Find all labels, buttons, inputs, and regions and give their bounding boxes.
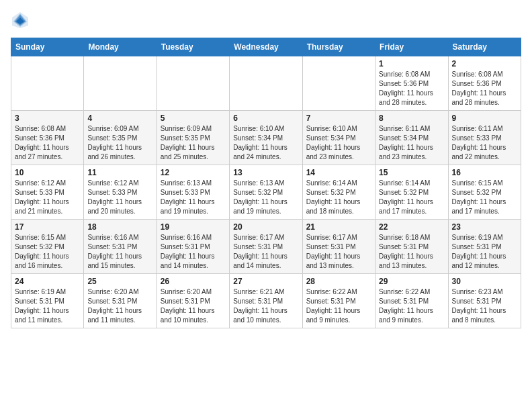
day-number: 4 [87, 113, 152, 123]
day-info: Sunrise: 6:14 AMSunset: 5:32 PMDaylight:… [379, 179, 444, 216]
day-number: 16 [452, 168, 517, 177]
day-info: Sunrise: 6:22 AMSunset: 5:31 PMDaylight:… [306, 287, 371, 325]
day-number: 28 [306, 277, 371, 286]
day-info: Sunrise: 6:13 AMSunset: 5:32 PMDaylight:… [233, 179, 298, 216]
header-row: Sunday Monday Tuesday Wednesday Thursday… [11, 38, 521, 56]
calendar-week-1: 1Sunrise: 6:08 AMSunset: 5:36 PMDaylight… [11, 56, 521, 111]
logo [11, 11, 32, 30]
day-info: Sunrise: 6:08 AMSunset: 5:36 PMDaylight:… [15, 124, 80, 162]
calendar-cell: 15Sunrise: 6:14 AMSunset: 5:32 PMDayligh… [375, 165, 448, 220]
day-info: Sunrise: 6:23 AMSunset: 5:31 PMDaylight:… [452, 287, 517, 325]
calendar-cell: 11Sunrise: 6:12 AMSunset: 5:33 PMDayligh… [84, 165, 157, 220]
calendar-cell [84, 56, 157, 111]
day-info: Sunrise: 6:16 AMSunset: 5:31 PMDaylight:… [87, 233, 152, 271]
day-number: 24 [15, 277, 80, 286]
day-number: 2 [452, 59, 517, 68]
calendar-cell: 14Sunrise: 6:14 AMSunset: 5:32 PMDayligh… [302, 165, 375, 220]
calendar-cell: 29Sunrise: 6:22 AMSunset: 5:31 PMDayligh… [375, 274, 448, 328]
day-number: 5 [161, 113, 226, 123]
calendar-cell [302, 56, 375, 111]
logo-icon [11, 11, 30, 30]
calendar-cell: 19Sunrise: 6:16 AMSunset: 5:31 PMDayligh… [157, 220, 229, 274]
day-info: Sunrise: 6:08 AMSunset: 5:36 PMDaylight:… [379, 70, 444, 107]
calendar-cell: 18Sunrise: 6:16 AMSunset: 5:31 PMDayligh… [84, 220, 157, 274]
day-info: Sunrise: 6:14 AMSunset: 5:32 PMDaylight:… [306, 179, 371, 216]
day-number: 3 [15, 113, 80, 123]
day-info: Sunrise: 6:18 AMSunset: 5:31 PMDaylight:… [379, 233, 444, 271]
day-number: 29 [379, 277, 444, 286]
day-number: 30 [452, 277, 517, 286]
day-info: Sunrise: 6:09 AMSunset: 5:35 PMDaylight:… [161, 124, 226, 162]
calendar-week-5: 24Sunrise: 6:19 AMSunset: 5:31 PMDayligh… [11, 274, 521, 328]
day-info: Sunrise: 6:21 AMSunset: 5:31 PMDaylight:… [233, 287, 298, 325]
calendar-cell: 23Sunrise: 6:19 AMSunset: 5:31 PMDayligh… [448, 220, 521, 274]
day-info: Sunrise: 6:10 AMSunset: 5:34 PMDaylight:… [306, 124, 371, 162]
calendar-week-3: 10Sunrise: 6:12 AMSunset: 5:33 PMDayligh… [11, 165, 521, 220]
calendar-cell: 9Sunrise: 6:11 AMSunset: 5:33 PMDaylight… [448, 111, 521, 165]
day-number: 14 [306, 168, 371, 177]
day-info: Sunrise: 6:09 AMSunset: 5:35 PMDaylight:… [87, 124, 152, 162]
day-info: Sunrise: 6:22 AMSunset: 5:31 PMDaylight:… [379, 287, 444, 325]
day-info: Sunrise: 6:15 AMSunset: 5:32 PMDaylight:… [15, 233, 80, 271]
day-number: 8 [379, 113, 444, 123]
day-number: 10 [15, 168, 80, 177]
day-number: 22 [379, 222, 444, 232]
day-info: Sunrise: 6:10 AMSunset: 5:34 PMDaylight:… [233, 124, 298, 162]
day-number: 17 [15, 222, 80, 232]
calendar-cell: 6Sunrise: 6:10 AMSunset: 5:34 PMDaylight… [230, 111, 302, 165]
day-info: Sunrise: 6:17 AMSunset: 5:31 PMDaylight:… [233, 233, 298, 271]
day-info: Sunrise: 6:12 AMSunset: 5:33 PMDaylight:… [87, 179, 152, 216]
calendar-cell: 2Sunrise: 6:08 AMSunset: 5:36 PMDaylight… [448, 56, 521, 111]
calendar-cell: 26Sunrise: 6:20 AMSunset: 5:31 PMDayligh… [157, 274, 229, 328]
day-info: Sunrise: 6:13 AMSunset: 5:33 PMDaylight:… [161, 179, 226, 216]
day-info: Sunrise: 6:19 AMSunset: 5:31 PMDaylight:… [452, 233, 517, 271]
day-info: Sunrise: 6:20 AMSunset: 5:31 PMDaylight:… [161, 287, 226, 325]
day-number: 1 [379, 59, 444, 68]
calendar-week-2: 3Sunrise: 6:08 AMSunset: 5:36 PMDaylight… [11, 111, 521, 165]
day-info: Sunrise: 6:11 AMSunset: 5:33 PMDaylight:… [452, 124, 517, 162]
calendar-cell [230, 56, 302, 111]
calendar-body: 1Sunrise: 6:08 AMSunset: 5:36 PMDaylight… [11, 56, 521, 328]
day-number: 26 [161, 277, 226, 286]
day-number: 19 [161, 222, 226, 232]
col-tuesday: Tuesday [157, 38, 229, 56]
calendar-cell: 4Sunrise: 6:09 AMSunset: 5:35 PMDaylight… [84, 111, 157, 165]
day-info: Sunrise: 6:20 AMSunset: 5:31 PMDaylight:… [87, 287, 152, 325]
day-number: 25 [87, 277, 152, 286]
calendar-cell: 8Sunrise: 6:11 AMSunset: 5:34 PMDaylight… [375, 111, 448, 165]
page-header [11, 11, 521, 30]
day-number: 11 [87, 168, 152, 177]
calendar-table: Sunday Monday Tuesday Wednesday Thursday… [11, 38, 521, 328]
calendar-cell: 25Sunrise: 6:20 AMSunset: 5:31 PMDayligh… [84, 274, 157, 328]
calendar-cell: 30Sunrise: 6:23 AMSunset: 5:31 PMDayligh… [448, 274, 521, 328]
calendar-header: Sunday Monday Tuesday Wednesday Thursday… [11, 38, 521, 56]
calendar-cell: 7Sunrise: 6:10 AMSunset: 5:34 PMDaylight… [302, 111, 375, 165]
calendar-cell: 13Sunrise: 6:13 AMSunset: 5:32 PMDayligh… [230, 165, 302, 220]
day-info: Sunrise: 6:08 AMSunset: 5:36 PMDaylight:… [452, 70, 517, 107]
col-saturday: Saturday [448, 38, 521, 56]
calendar-cell: 21Sunrise: 6:17 AMSunset: 5:31 PMDayligh… [302, 220, 375, 274]
calendar-cell: 27Sunrise: 6:21 AMSunset: 5:31 PMDayligh… [230, 274, 302, 328]
col-thursday: Thursday [302, 38, 375, 56]
col-friday: Friday [375, 38, 448, 56]
day-info: Sunrise: 6:15 AMSunset: 5:32 PMDaylight:… [452, 179, 517, 216]
day-info: Sunrise: 6:19 AMSunset: 5:31 PMDaylight:… [15, 287, 80, 325]
col-monday: Monday [84, 38, 157, 56]
calendar-cell: 22Sunrise: 6:18 AMSunset: 5:31 PMDayligh… [375, 220, 448, 274]
calendar-cell: 17Sunrise: 6:15 AMSunset: 5:32 PMDayligh… [11, 220, 84, 274]
day-info: Sunrise: 6:17 AMSunset: 5:31 PMDaylight:… [306, 233, 371, 271]
day-number: 12 [161, 168, 226, 177]
day-number: 15 [379, 168, 444, 177]
day-number: 7 [306, 113, 371, 123]
calendar-cell: 24Sunrise: 6:19 AMSunset: 5:31 PMDayligh… [11, 274, 84, 328]
day-number: 9 [452, 113, 517, 123]
col-sunday: Sunday [11, 38, 84, 56]
day-number: 20 [233, 222, 298, 232]
calendar-cell: 16Sunrise: 6:15 AMSunset: 5:32 PMDayligh… [448, 165, 521, 220]
day-info: Sunrise: 6:16 AMSunset: 5:31 PMDaylight:… [161, 233, 226, 271]
day-number: 23 [452, 222, 517, 232]
calendar-cell: 20Sunrise: 6:17 AMSunset: 5:31 PMDayligh… [230, 220, 302, 274]
calendar-cell: 3Sunrise: 6:08 AMSunset: 5:36 PMDaylight… [11, 111, 84, 165]
calendar-cell: 12Sunrise: 6:13 AMSunset: 5:33 PMDayligh… [157, 165, 229, 220]
day-number: 6 [233, 113, 298, 123]
